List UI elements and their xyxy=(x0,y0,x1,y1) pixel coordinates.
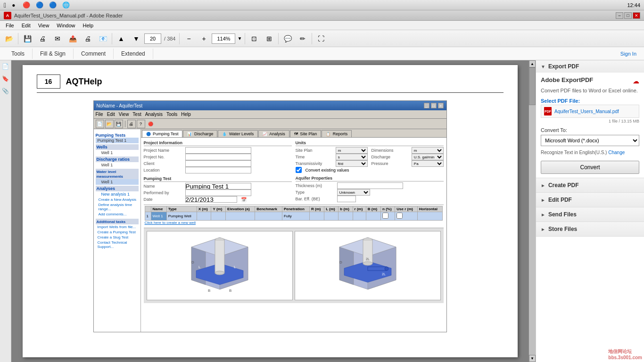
aq-date-picker[interactable]: 📅 xyxy=(241,197,247,202)
aq-toolbar-save[interactable]: 💾 xyxy=(115,120,123,128)
print-pdf-button[interactable]: 🖨 xyxy=(35,32,50,45)
fill-sign-tab[interactable]: Fill & Sign xyxy=(33,49,74,59)
aq-menu-edit[interactable]: Edit xyxy=(107,112,115,117)
aq-new-analysis-1[interactable]: New analysis 1 xyxy=(96,191,139,197)
zoom-dropdown-arrow[interactable]: ▼ xyxy=(236,35,243,42)
menu-view[interactable]: View xyxy=(34,22,53,29)
open-button[interactable]: 📂 xyxy=(2,32,16,45)
rp-convert-to-select[interactable]: Microsoft Word (*.docx) xyxy=(541,135,639,146)
aq-tab-water-levels[interactable]: 💧 Water Levels xyxy=(218,130,258,137)
rp-change-link[interactable]: Change xyxy=(608,150,625,155)
extended-tab[interactable]: Extended xyxy=(114,49,153,59)
next-page-button[interactable]: ▼ xyxy=(129,32,143,45)
aq-tab-siteplan[interactable]: 🗺 Site Plan xyxy=(290,130,322,137)
aq-toolbar-print[interactable]: 🖨 xyxy=(127,120,136,128)
menu-help[interactable]: Help xyxy=(79,22,97,29)
aq-toolbar-new[interactable]: 📄 xyxy=(96,120,104,128)
email2-button[interactable]: 📧 xyxy=(96,32,110,45)
aq-menu-view[interactable]: View xyxy=(119,112,129,117)
rp-export-pdf-header[interactable]: ▼ Export PDF xyxy=(536,60,644,73)
aq-well-1-item[interactable]: Well 1 xyxy=(96,150,139,156)
aq-toolbar-help[interactable]: ? xyxy=(137,120,145,128)
aq-tab-reports[interactable]: 📋 Reports xyxy=(322,130,352,137)
rp-send-files-section[interactable]: ► Send Files xyxy=(536,207,644,222)
aq-tab-discharge[interactable]: 📊 Discharge xyxy=(183,130,217,137)
aq-create-new-analysis[interactable]: Create a New Analysis xyxy=(96,197,139,202)
save-button[interactable]: 💾 xyxy=(20,32,34,45)
safari-icon[interactable]: 🔵 xyxy=(49,1,57,8)
browser-icon[interactable]: 🌐 xyxy=(62,1,70,8)
aq-performed-by-input[interactable] xyxy=(185,189,251,196)
aq-pressure-select[interactable]: Pa xyxy=(412,160,444,167)
aq-transmissivity-select[interactable]: ft/d xyxy=(336,160,368,167)
aq-n-checkbox[interactable] xyxy=(382,213,388,219)
menu-file[interactable]: File xyxy=(2,22,18,29)
aq-create-slug-test[interactable]: Create a Slug Test xyxy=(96,235,139,240)
menu-edit[interactable]: Edit xyxy=(18,22,34,29)
comment-button[interactable]: 💬 xyxy=(281,32,295,45)
highlight-button[interactable]: ✏ xyxy=(296,32,310,45)
aq-menu-file[interactable]: File xyxy=(96,112,103,117)
aq-tab-analysis[interactable]: 📈 Analysis xyxy=(258,130,289,137)
aq-location-input[interactable] xyxy=(185,167,251,173)
aq-siteplan-select[interactable]: m xyxy=(336,147,368,154)
aq-water-level-section[interactable]: Water level measurements xyxy=(96,169,139,179)
aq-bar-eff-input[interactable] xyxy=(337,196,356,202)
comment-tab[interactable]: Comment xyxy=(74,49,114,59)
aq-date-input[interactable] xyxy=(185,196,237,203)
aq-pumping-test-1[interactable]: Pumping Test 1 xyxy=(96,138,139,143)
aq-additional-tasks[interactable]: Additional tasks xyxy=(96,219,139,224)
aq-discharge-well1[interactable]: Well 1 xyxy=(96,162,139,168)
mac-menu-item[interactable]: ● xyxy=(12,2,15,8)
zoom-out-button[interactable]: − xyxy=(182,32,196,45)
zoom-input[interactable] xyxy=(212,33,235,44)
prev-page-button[interactable]: ▲ xyxy=(114,32,128,45)
matlab-icon[interactable]: 🔴 xyxy=(23,1,30,8)
sidebar-page-icon[interactable]: 📄 xyxy=(1,62,10,71)
aq-tab-pumping[interactable]: 🔵 Pumping Test xyxy=(142,130,183,137)
aq-discharge-section[interactable]: Discharge ratios xyxy=(96,156,139,162)
fullscreen-button[interactable]: ⛶ xyxy=(314,32,328,45)
aq-contact-support[interactable]: Contact Technical Support... xyxy=(96,240,139,249)
aq-menu-analysis[interactable]: Analysis xyxy=(145,112,163,117)
email-button[interactable]: ✉ xyxy=(50,32,65,45)
scroll-down-arrow[interactable]: ▼ xyxy=(529,355,536,362)
aq-add-well-link[interactable]: Click here to create a new well xyxy=(145,221,443,225)
maximize-button[interactable]: □ xyxy=(624,12,632,19)
menu-window[interactable]: Window xyxy=(53,22,79,29)
scroll-track[interactable] xyxy=(529,67,536,355)
print-button[interactable]: 🖨 xyxy=(81,32,95,45)
aq-import-wells[interactable]: Import Wells from file... xyxy=(96,224,139,230)
sidebar-attachment-icon[interactable]: 📎 xyxy=(1,87,10,95)
rp-convert-button[interactable]: Convert xyxy=(541,161,639,174)
rp-create-pdf-section[interactable]: ► Create PDF xyxy=(536,178,644,193)
scroll-thumb[interactable] xyxy=(529,67,536,105)
minimize-button[interactable]: – xyxy=(616,12,623,19)
rp-edit-pdf-section[interactable]: ► Edit PDF xyxy=(536,193,644,207)
aq-project-name-input[interactable] xyxy=(185,147,251,154)
sign-in-link[interactable]: Sign In xyxy=(620,51,636,57)
aq-pt-name-input[interactable] xyxy=(185,183,251,189)
aq-toolbar-open[interactable]: 📂 xyxy=(105,120,114,128)
table-row[interactable]: 1 Well 1 Pumping Well Fully xyxy=(145,212,442,221)
upload-button[interactable]: 📤 xyxy=(66,32,80,45)
aq-thickness-input[interactable] xyxy=(337,182,403,189)
scroll-up-arrow[interactable]: ▲ xyxy=(529,60,536,67)
close-button[interactable]: ✕ xyxy=(633,12,640,19)
aq-time-select[interactable]: s xyxy=(336,154,368,160)
apple-icon[interactable]:  xyxy=(4,1,6,9)
photoshop-icon[interactable]: 🔵 xyxy=(36,1,43,8)
aq-discharge-select[interactable]: U.S. gal/min xyxy=(412,154,444,160)
rp-store-files-section[interactable]: ► Store Files xyxy=(536,222,644,237)
aq-create-pumping-test[interactable]: Create a Pumping Test xyxy=(96,230,139,235)
aq-add-comments[interactable]: Add comments... xyxy=(96,212,139,217)
fit-width-button[interactable]: ⊞ xyxy=(262,32,276,45)
aq-close-btn[interactable]: × xyxy=(438,103,444,108)
aq-define-analysis-time[interactable]: Define analysis time range... xyxy=(96,202,139,212)
aq-convert-checkbox[interactable] xyxy=(296,167,302,173)
pdf-scrollbar[interactable]: ▲ ▼ xyxy=(528,60,536,362)
aq-type-select[interactable]: Unknown xyxy=(337,189,370,196)
fit-page-button[interactable]: ⊡ xyxy=(247,32,261,45)
aq-client-input[interactable] xyxy=(185,160,251,167)
sidebar-bookmark-icon[interactable]: 🔖 xyxy=(1,74,10,83)
